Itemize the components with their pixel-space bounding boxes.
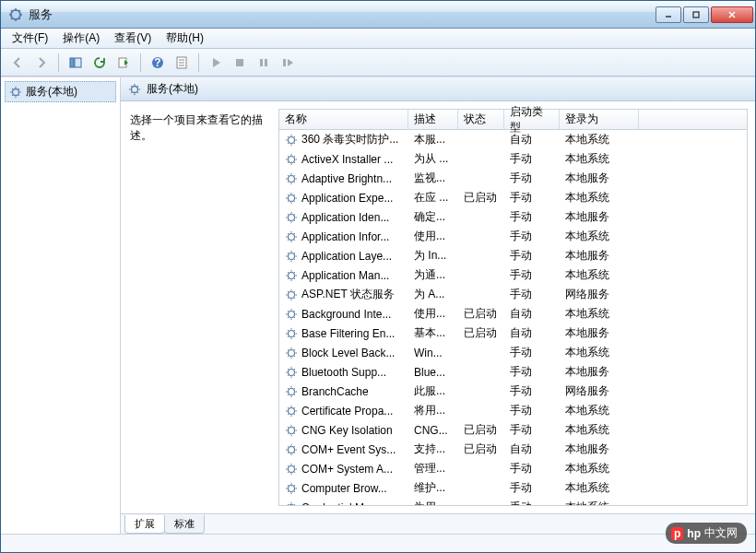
cell-status [458, 254, 504, 258]
cell-startup: 手动 [504, 227, 560, 246]
menu-help[interactable]: 帮助(H) [159, 29, 211, 48]
svg-point-19 [289, 156, 295, 162]
cell-desc: 基本... [408, 324, 458, 343]
back-button[interactable] [6, 52, 29, 74]
cell-startup: 手动 [504, 382, 560, 401]
cell-desc: 为通... [408, 265, 458, 285]
cell-name: Base Filtering En... [279, 325, 408, 342]
menu-file[interactable]: 文件(F) [5, 29, 55, 48]
menu-view[interactable]: 查看(V) [107, 29, 159, 48]
export-list-button[interactable] [112, 52, 135, 74]
svg-point-30 [289, 369, 295, 375]
service-row[interactable]: Certificate Propa...将用...手动本地系统 [279, 401, 747, 420]
cell-name: BranchCache [279, 383, 408, 400]
column-name[interactable]: 名称 [279, 110, 408, 129]
cell-status [458, 274, 504, 277]
svg-point-29 [289, 349, 295, 356]
service-row[interactable]: Base Filtering En...基本...已启动自动本地服务 [279, 324, 747, 343]
svg-rect-3 [70, 58, 74, 67]
svg-point-26 [289, 291, 295, 298]
column-startup[interactable]: 启动类型 [504, 110, 560, 129]
service-row[interactable]: Adaptive Brightn...监视...手动本地服务 [279, 169, 747, 188]
service-row[interactable]: CNG Key IsolationCNG...已启动手动本地系统 [279, 420, 747, 440]
cell-startup: 手动 [504, 285, 560, 304]
cell-desc: 管理... [408, 459, 458, 478]
cell-logon: 本地系统 [560, 227, 639, 246]
tab-extended[interactable]: 扩展 [124, 515, 165, 534]
start-service-button[interactable] [205, 52, 227, 74]
cell-desc: 使用... [408, 227, 458, 246]
cell-logon: 本地服务 [560, 207, 639, 227]
service-row[interactable]: Application Iden...确定...手动本地服务 [279, 207, 747, 227]
list-rows[interactable]: 360 杀毒实时防护...本服...自动本地系统ActiveX Installe… [279, 130, 747, 505]
service-row[interactable]: ActiveX Installer ...为从 ...手动本地系统 [279, 149, 747, 169]
pause-service-button[interactable] [253, 52, 275, 74]
statusbar [1, 534, 755, 552]
stop-service-button[interactable] [229, 52, 251, 74]
service-row[interactable]: Application Laye...为 In...手动本地服务 [279, 246, 747, 265]
watermark: php 中文网 [666, 523, 747, 544]
service-row[interactable]: COM+ System A...管理...手动本地系统 [279, 459, 747, 478]
watermark-text: 中文网 [704, 525, 738, 541]
minimize-button[interactable] [656, 6, 681, 23]
help-button[interactable]: ? [147, 52, 169, 74]
column-desc[interactable]: 描述 [408, 110, 458, 129]
cell-status [458, 351, 504, 355]
maximize-button[interactable] [683, 6, 709, 23]
properties-button[interactable] [171, 52, 193, 74]
service-row[interactable]: Block Level Back...Win...手动本地系统 [279, 343, 747, 362]
cell-startup: 手动 [504, 362, 560, 382]
cell-status: 已启动 [458, 324, 504, 343]
gear-icon [285, 327, 298, 340]
close-button[interactable] [711, 6, 753, 23]
service-row[interactable]: Computer Brow...维护...手动本地系统 [279, 478, 747, 498]
cell-desc: Win... [408, 345, 458, 361]
service-row[interactable]: Application Expe...在应 ...已启动手动本地系统 [279, 188, 747, 207]
cell-logon: 本地系统 [560, 478, 639, 498]
cell-name: Block Level Back... [279, 345, 408, 361]
cell-startup: 自动 [504, 304, 560, 324]
cell-name: Application Iden... [279, 209, 408, 226]
restart-service-button[interactable] [277, 52, 299, 74]
body-area: 服务(本地) 服务(本地) 选择一个项目来查看它的描述。 名称 描述 状态 启动… [1, 76, 755, 534]
description-column: 选择一个项目来查看它的描述。 [128, 109, 271, 506]
gear-icon [285, 269, 298, 282]
cell-name: ASP.NET 状态服务 [279, 285, 408, 304]
tab-standard[interactable]: 标准 [164, 515, 205, 534]
column-logon[interactable]: 登录为 [560, 110, 639, 129]
service-row[interactable]: ASP.NET 状态服务为 A...手动网络服务 [279, 285, 747, 304]
service-row[interactable]: 360 杀毒实时防护...本服...自动本地系统 [279, 130, 747, 149]
cell-startup: 自动 [504, 440, 560, 459]
service-row[interactable]: Background Inte...使用...已启动自动本地系统 [279, 304, 747, 324]
titlebar[interactable]: 服务 [1, 1, 755, 29]
gear-icon [285, 405, 298, 418]
pane-header: 服务(本地) [121, 77, 755, 101]
cell-status [458, 467, 504, 471]
service-list: 名称 描述 状态 启动类型 登录为 360 杀毒实时防护...本服...自动本地… [278, 109, 748, 506]
column-status[interactable]: 状态 [458, 110, 504, 129]
cell-desc: 确定... [408, 207, 458, 227]
cell-desc: 此服... [408, 382, 458, 401]
svg-point-23 [289, 233, 295, 240]
refresh-button[interactable] [89, 52, 111, 74]
gear-icon [285, 424, 298, 437]
service-row[interactable]: Application Man...为通...手动本地系统 [279, 265, 747, 285]
right-pane: 服务(本地) 选择一个项目来查看它的描述。 名称 描述 状态 启动类型 登录为 … [121, 77, 755, 534]
menu-action[interactable]: 操作(A) [55, 29, 107, 48]
cell-startup: 手动 [504, 420, 560, 440]
show-hide-tree-button[interactable] [65, 52, 87, 74]
tree-root-services[interactable]: 服务(本地) [5, 81, 116, 102]
cell-status [458, 293, 504, 297]
service-row[interactable]: COM+ Event Sys...支持...已启动自动本地服务 [279, 440, 747, 459]
service-row[interactable]: Credential Mana...为用...手动本地系统 [279, 498, 747, 505]
cell-logon: 本地服务 [560, 324, 639, 343]
cell-logon: 本地系统 [560, 343, 639, 362]
service-row[interactable]: Application Infor...使用...手动本地系统 [279, 227, 747, 246]
cell-logon: 本地系统 [560, 401, 639, 420]
service-row[interactable]: Bluetooth Supp...Blue...手动本地服务 [279, 362, 747, 382]
forward-button[interactable] [30, 52, 53, 74]
cell-name: Application Laye... [279, 248, 408, 265]
cell-startup: 手动 [504, 188, 560, 207]
watermark-hp: hp [687, 527, 701, 540]
service-row[interactable]: BranchCache此服...手动网络服务 [279, 382, 747, 401]
